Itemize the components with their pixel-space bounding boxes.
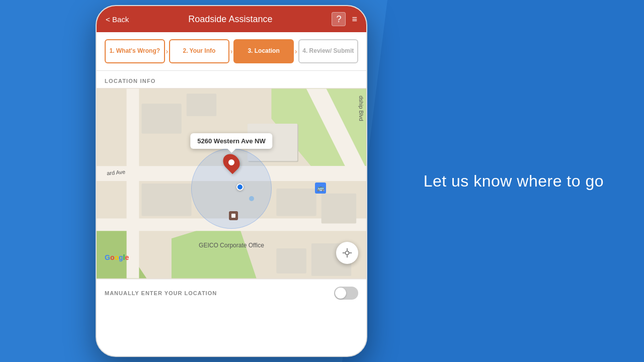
phone-frame: < Back Roadside Assistance ? ≡ 1. What's… [96,5,367,357]
transit-icon [229,211,238,220]
location-pin [224,153,239,171]
svg-rect-11 [187,94,217,116]
gps-dot [236,184,244,191]
content-area: LOCATION INFO [97,71,366,356]
menu-icon-button[interactable]: ≡ [352,14,357,25]
map-container[interactable]: ard Ave dship Blvd 5260 Western Ave NW 🚌 [97,88,366,279]
back-button[interactable]: < Back [106,15,129,24]
help-icon-button[interactable]: ? [332,12,346,26]
header-icons: ? ≡ [332,12,357,26]
help-icon: ? [336,14,341,25]
bus-stop-icon: 🚌 [315,183,326,194]
menu-icon: ≡ [352,14,357,24]
svg-rect-13 [276,189,316,216]
step-4: 4. Review/ Submit [298,39,359,63]
manual-entry-section: MANUALLY ENTER YOUR LOCATION [97,279,366,307]
step-3[interactable]: 3. Location [233,39,294,63]
step-arrow-2: › [230,47,233,55]
svg-rect-10 [141,104,181,134]
step-arrow-1: › [166,47,169,55]
gps-dot-small [249,196,254,201]
svg-rect-8 [127,88,139,278]
manual-entry-label: MANUALLY ENTER YOUR LOCATION [105,290,217,296]
step-2[interactable]: 2. Your Info [169,39,229,63]
right-panel-text: Let us know where to go [424,172,604,191]
back-label: < Back [106,15,129,24]
my-location-button[interactable] [336,242,358,264]
crosshair-icon [342,247,353,258]
svg-rect-12 [141,184,191,216]
svg-point-20 [345,251,349,254]
svg-rect-18 [276,248,306,274]
header-title: Roadside Assistance [188,14,272,25]
section-label: LOCATION INFO [97,71,366,88]
svg-rect-14 [321,194,356,224]
step-1[interactable]: 1. What's Wrong? [105,39,165,63]
app-header: < Back Roadside Assistance ? ≡ [97,6,366,32]
step-arrow-3: › [295,47,297,55]
manual-entry-toggle[interactable] [334,287,358,300]
address-tooltip: 5260 Western Ave NW [190,133,272,149]
place-label: GEICO Corporate Office [199,242,264,249]
google-logo: Google [105,253,129,261]
steps-bar: 1. What's Wrong? › 2. Your Info › 3. Loc… [97,32,366,71]
